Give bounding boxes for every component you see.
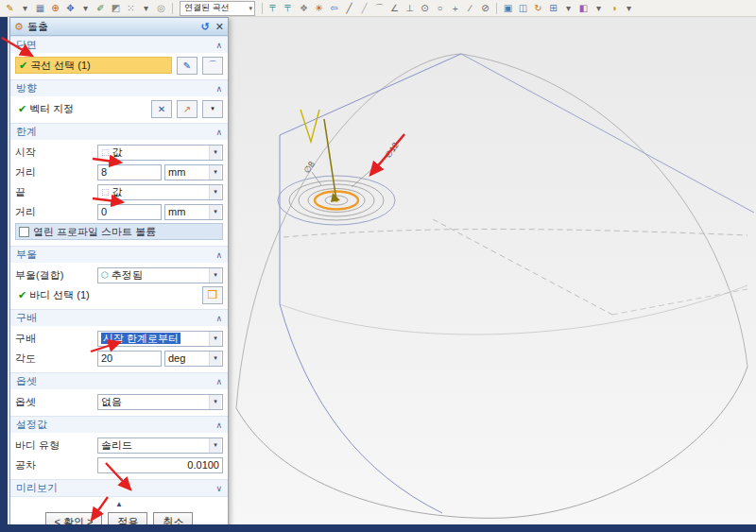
caret-icon[interactable]: ▾ bbox=[561, 2, 576, 15]
grid-display-icon[interactable]: ⊞ bbox=[546, 2, 560, 15]
draft-selected-value: 시작 한계로부터 bbox=[101, 333, 180, 344]
circle-tool-icon[interactable]: ◎ bbox=[154, 2, 168, 15]
swatch-icon[interactable]: ◩ bbox=[109, 2, 123, 15]
chevron-up-icon: ∧ bbox=[215, 84, 222, 94]
caret-icon[interactable]: ▾ bbox=[592, 2, 606, 15]
grid-plane-icon[interactable]: ▦ bbox=[33, 2, 47, 15]
caret-icon[interactable]: ▾ bbox=[622, 2, 636, 15]
curve-rule-button[interactable]: ⌒ bbox=[202, 57, 223, 75]
extrude-dialog: ⚙ 돌출 ↺ ✕ 단면 ∧ ✔ 곡선 선택 (1) ✎ ⌒ 방향 ∧ bbox=[9, 17, 229, 532]
vector-specify-field[interactable]: ✔ 벡터 지정 bbox=[15, 101, 146, 116]
no-snap-icon[interactable]: ⊘ bbox=[478, 2, 492, 15]
start-type-combo[interactable]: ⬚ 값 ▾ bbox=[97, 145, 223, 161]
end-type-combo[interactable]: ⬚ 값 ▾ bbox=[97, 184, 223, 200]
center-snap-icon[interactable]: ⊙ bbox=[418, 2, 432, 15]
distance1-input[interactable] bbox=[97, 164, 162, 180]
offset-label: 옵셋 bbox=[15, 395, 94, 409]
open-profile-checkbox[interactable] bbox=[19, 227, 29, 237]
arc-snap-icon[interactable]: ⌒ bbox=[372, 2, 387, 15]
body-type-combo[interactable]: 솔리드 ▾ bbox=[97, 438, 223, 454]
inferred-vector-button[interactable]: ↗ bbox=[177, 100, 198, 118]
line-snap-icon[interactable]: ╱ bbox=[342, 2, 356, 15]
shade-style-icon[interactable]: ◧ bbox=[576, 2, 591, 15]
vector-specify-label: 벡터 지정 bbox=[29, 102, 74, 116]
tt-constraint2-icon[interactable]: 〒 bbox=[282, 2, 296, 15]
perp-snap-icon[interactable]: ⊥ bbox=[403, 2, 417, 15]
boolean-combo[interactable]: ⬡ 추정됨 ▾ bbox=[97, 267, 223, 283]
arrow-left-icon[interactable]: ⇦ bbox=[327, 2, 341, 15]
circle-snap-icon[interactable]: ○ bbox=[433, 2, 447, 15]
line-snap2-icon[interactable]: ╱ bbox=[357, 2, 371, 15]
section-header-draft[interactable]: 구배 ∧ bbox=[10, 309, 228, 326]
chevron-up-icon: ∧ bbox=[215, 314, 222, 323]
dimension-d12: ∅12 bbox=[383, 141, 400, 160]
body-select-field[interactable]: ✔ 바디 선택 (1) bbox=[15, 287, 198, 302]
caret-icon[interactable]: ▾ bbox=[18, 2, 32, 15]
chevron-down-icon: ▾ bbox=[209, 205, 221, 219]
curve-select-label: 곡선 선택 (1) bbox=[30, 59, 91, 73]
section-header-direction[interactable]: 방향 ∧ bbox=[10, 79, 228, 96]
chevron-down-icon: ▾ bbox=[249, 5, 252, 12]
image-panel-icon[interactable]: ▣ bbox=[501, 2, 515, 15]
caret-icon[interactable]: ▾ bbox=[139, 2, 153, 15]
distance2-unit-combo[interactable]: mm ▾ bbox=[164, 204, 223, 220]
dialog-title-bar[interactable]: ⚙ 돌출 ↺ ✕ bbox=[10, 18, 228, 36]
curve-rule-combo[interactable]: 연결된 곡선▾ bbox=[180, 1, 255, 16]
vector-dialog-button[interactable]: ✕ bbox=[151, 100, 172, 118]
close-icon[interactable]: ✕ bbox=[215, 21, 224, 33]
curve-rule-icon: ⌒ bbox=[208, 59, 217, 72]
distance1-unit-combo[interactable]: mm ▾ bbox=[164, 164, 223, 180]
section-header-preview[interactable]: 미리보기 ∨ bbox=[10, 479, 228, 496]
start-label: 시작 bbox=[15, 146, 94, 160]
slope-snap-icon[interactable]: ∕ bbox=[463, 2, 477, 15]
move-tool-icon[interactable]: ✥ bbox=[63, 2, 77, 15]
main-toolbar: ✎▾▦⊕✥▾✐◩⁙▾◎연결된 곡선▾〒〒❖✳⇦╱╱⌒∠⊥⊙○＋∕⊘▣◫↻⊞▾◧▾… bbox=[0, 0, 756, 17]
open-profile-label: 열린 프로파일 스마트 볼륨 bbox=[33, 225, 156, 239]
plus-snap-icon[interactable]: ＋ bbox=[448, 2, 462, 15]
tt-constraint-icon[interactable]: 〒 bbox=[266, 2, 281, 15]
angle-input[interactable] bbox=[97, 351, 162, 367]
chevron-down-icon: ▾ bbox=[209, 395, 221, 409]
dimension-annotations: ∅8 ∅12 bbox=[301, 141, 400, 187]
open-profile-checkbox-row[interactable]: 열린 프로파일 스마트 볼륨 bbox=[15, 223, 223, 240]
chevron-up-icon: ∧ bbox=[215, 420, 222, 430]
dots-tool-icon[interactable]: ⁙ bbox=[124, 2, 138, 15]
section-header-limits[interactable]: 한계 ∧ bbox=[10, 123, 228, 140]
chevron-up-icon: ∧ bbox=[215, 377, 222, 386]
anchor-tool-icon[interactable]: ❖ bbox=[297, 2, 311, 15]
body-select-button[interactable]: ❒ bbox=[202, 286, 223, 304]
section-header-offset[interactable]: 옵셋 ∧ bbox=[10, 372, 228, 389]
refresh-view-icon[interactable]: ↻ bbox=[531, 2, 545, 15]
caret-icon[interactable]: ▾ bbox=[78, 2, 93, 15]
dialog-title: 돌출 bbox=[27, 20, 201, 34]
snap-star-icon[interactable]: ✳ bbox=[312, 2, 326, 15]
boolean-icon: ⬡ bbox=[101, 270, 109, 280]
target-point-icon[interactable]: ⊕ bbox=[48, 2, 62, 15]
chevron-down-icon: ▾ bbox=[209, 165, 221, 180]
body-cube-icon: ❒ bbox=[208, 288, 218, 301]
section-header-section[interactable]: 단면 ∧ bbox=[10, 36, 228, 53]
draft-combo[interactable]: 시작 한계로부터 ▾ bbox=[97, 331, 223, 347]
curve-select-field[interactable]: ✔ 곡선 선택 (1) bbox=[15, 57, 172, 74]
pen-tool-icon[interactable]: ✐ bbox=[94, 2, 108, 15]
cube-icon: ⬚ bbox=[101, 147, 110, 157]
section-header-boolean[interactable]: 부울 ∧ bbox=[10, 246, 228, 263]
vector-options-button[interactable]: ▾ bbox=[202, 100, 223, 118]
tolerance-input[interactable] bbox=[97, 457, 223, 473]
cube-icon: ⬚ bbox=[101, 187, 110, 197]
section-header-settings[interactable]: 설정값 ∧ bbox=[10, 416, 228, 433]
dialog-collapse-button[interactable]: ▲ bbox=[10, 496, 228, 509]
chevron-down-icon: ▾ bbox=[209, 185, 221, 199]
angle-unit-combo[interactable]: deg ▾ bbox=[164, 351, 223, 367]
datum-triangle bbox=[301, 110, 319, 142]
pencil-edit-icon[interactable]: ✎ bbox=[3, 2, 17, 15]
body-select-label: 바디 선택 (1) bbox=[29, 288, 90, 302]
layout-panel-icon[interactable]: ◫ bbox=[516, 2, 530, 15]
distance2-input[interactable] bbox=[97, 204, 162, 220]
sketch-section-button[interactable]: ✎ bbox=[177, 57, 198, 75]
reset-icon[interactable]: ↺ bbox=[201, 21, 210, 33]
offset-combo[interactable]: 없음 ▾ bbox=[97, 394, 223, 410]
render-style-icon[interactable]: ◑ bbox=[607, 2, 621, 15]
angle-snap-icon[interactable]: ∠ bbox=[387, 2, 402, 15]
chevron-down-icon: ▾ bbox=[209, 352, 221, 366]
